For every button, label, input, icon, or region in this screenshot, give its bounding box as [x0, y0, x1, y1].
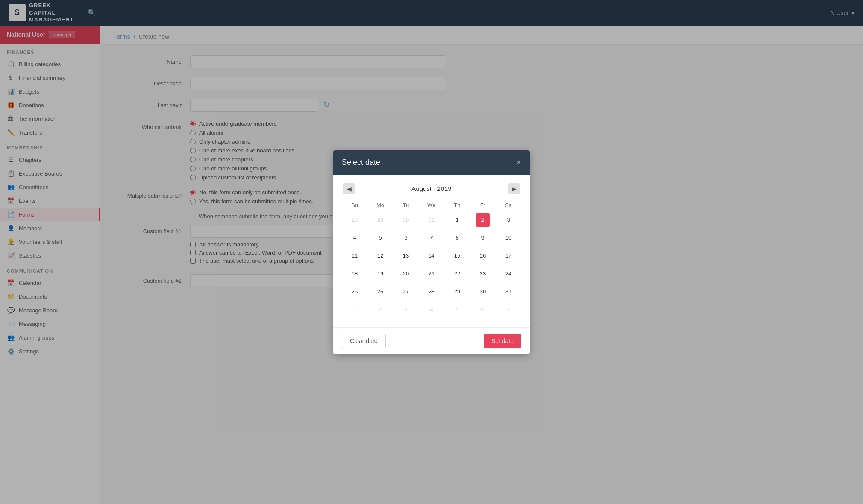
calendar-cell: 5 [444, 301, 470, 319]
modal-footer: Clear date Set date [333, 327, 530, 354]
calendar-day[interactable]: 1 [348, 303, 361, 316]
calendar-day[interactable]: 31 [502, 285, 515, 299]
calendar-cell: 31 [419, 211, 444, 229]
calendar-day[interactable]: 7 [502, 303, 515, 316]
clear-date-button[interactable]: Clear date [342, 334, 386, 348]
calendar-cell: 2 [470, 211, 496, 229]
calendar-day[interactable]: 29 [450, 285, 464, 299]
calendar-day[interactable]: 16 [476, 249, 490, 263]
calendar-day[interactable]: 4 [348, 231, 361, 245]
calendar-cell: 11 [342, 247, 367, 265]
next-month-button[interactable]: ▶ [508, 183, 520, 194]
calendar-cell: 25 [342, 283, 367, 301]
calendar: ◀ August - 2019 ▶ SuMoTuWeThFrSa 2829303… [342, 183, 521, 319]
calendar-cell: 28 [342, 211, 367, 229]
calendar-cell: 3 [496, 211, 521, 229]
prev-month-button[interactable]: ◀ [343, 183, 355, 194]
calendar-day[interactable]: 6 [476, 303, 490, 316]
calendar-day[interactable]: 28 [348, 213, 361, 227]
calendar-day[interactable]: 1 [450, 213, 464, 227]
calendar-day[interactable]: 22 [450, 267, 464, 281]
calendar-cell: 27 [393, 283, 419, 301]
calendar-day[interactable]: 21 [425, 267, 438, 281]
modal-overlay: Select date × ◀ August - 2019 ▶ SuMoTuWe… [0, 0, 863, 504]
calendar-day[interactable]: 28 [425, 285, 438, 299]
calendar-cell: 12 [367, 247, 393, 265]
calendar-cell: 30 [470, 283, 496, 301]
calendar-day[interactable]: 18 [348, 267, 361, 281]
calendar-day[interactable]: 24 [502, 267, 515, 281]
calendar-cell: 28 [419, 283, 444, 301]
calendar-day[interactable]: 13 [399, 249, 413, 263]
set-date-button[interactable]: Set date [484, 334, 521, 348]
calendar-day[interactable]: 11 [348, 249, 361, 263]
modal-header: Select date × [333, 150, 530, 175]
calendar-cell: 2 [367, 301, 393, 319]
calendar-day[interactable]: 20 [399, 267, 413, 281]
calendar-day[interactable]: 10 [502, 231, 515, 245]
calendar-day[interactable]: 30 [476, 285, 490, 299]
calendar-cell: 7 [496, 301, 521, 319]
calendar-cell: 3 [393, 301, 419, 319]
calendar-cell: 8 [444, 229, 470, 247]
calendar-cell: 20 [393, 265, 419, 283]
calendar-day[interactable]: 3 [399, 303, 413, 316]
modal-close-button[interactable]: × [516, 158, 521, 167]
calendar-cell: 4 [342, 229, 367, 247]
modal-body: ◀ August - 2019 ▶ SuMoTuWeThFrSa 2829303… [333, 175, 530, 327]
calendar-day[interactable]: 12 [373, 249, 387, 263]
calendar-cell: 6 [470, 301, 496, 319]
calendar-day[interactable]: 5 [450, 303, 464, 316]
calendar-day[interactable]: 15 [450, 249, 464, 263]
calendar-weekday: Mo [367, 199, 393, 211]
calendar-cell: 9 [470, 229, 496, 247]
calendar-cell: 15 [444, 247, 470, 265]
calendar-day[interactable]: 3 [502, 213, 515, 227]
calendar-day[interactable]: 8 [450, 231, 464, 245]
calendar-weekday: Su [342, 199, 367, 211]
calendar-day[interactable]: 4 [425, 303, 438, 316]
calendar-cell: 16 [470, 247, 496, 265]
calendar-day[interactable]: 2 [476, 213, 490, 227]
calendar-day[interactable]: 14 [425, 249, 438, 263]
calendar-weekday: We [419, 199, 444, 211]
calendar-cell: 19 [367, 265, 393, 283]
calendar-day[interactable]: 7 [425, 231, 438, 245]
calendar-cell: 1 [342, 301, 367, 319]
calendar-table: SuMoTuWeThFrSa 2829303112345678910111213… [342, 199, 521, 319]
calendar-day[interactable]: 19 [373, 267, 387, 281]
calendar-weekday: Tu [393, 199, 419, 211]
calendar-cell: 31 [496, 283, 521, 301]
calendar-day[interactable]: 29 [373, 213, 387, 227]
calendar-day[interactable]: 31 [425, 213, 438, 227]
calendar-cell: 7 [419, 229, 444, 247]
calendar-nav: ◀ August - 2019 ▶ [342, 183, 521, 194]
calendar-day[interactable]: 26 [373, 285, 387, 299]
calendar-weekday: Th [444, 199, 470, 211]
calendar-day[interactable]: 5 [373, 231, 387, 245]
calendar-weekday: Fr [470, 199, 496, 211]
modal-title: Select date [342, 158, 380, 167]
calendar-day[interactable]: 25 [348, 285, 361, 299]
calendar-cell: 26 [367, 283, 393, 301]
calendar-cell: 18 [342, 265, 367, 283]
calendar-month-label: August - 2019 [411, 185, 451, 192]
calendar-cell: 4 [419, 301, 444, 319]
calendar-day[interactable]: 6 [399, 231, 413, 245]
calendar-cell: 10 [496, 229, 521, 247]
calendar-cell: 30 [393, 211, 419, 229]
date-picker-modal: Select date × ◀ August - 2019 ▶ SuMoTuWe… [333, 150, 530, 354]
calendar-cell: 1 [444, 211, 470, 229]
calendar-cell: 29 [367, 211, 393, 229]
calendar-cell: 24 [496, 265, 521, 283]
calendar-day[interactable]: 30 [399, 213, 413, 227]
calendar-cell: 23 [470, 265, 496, 283]
calendar-day[interactable]: 9 [476, 231, 490, 245]
calendar-day[interactable]: 2 [373, 303, 387, 316]
calendar-cell: 29 [444, 283, 470, 301]
calendar-day[interactable]: 27 [399, 285, 413, 299]
calendar-weekday: Sa [496, 199, 521, 211]
calendar-day[interactable]: 17 [502, 249, 515, 263]
calendar-cell: 6 [393, 229, 419, 247]
calendar-day[interactable]: 23 [476, 267, 490, 281]
